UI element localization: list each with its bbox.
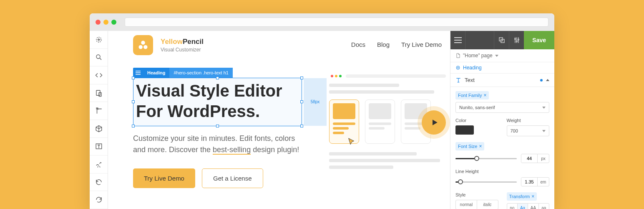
font-size-slider[interactable]	[455, 155, 517, 161]
transform-tag[interactable]: Transform×	[507, 192, 537, 201]
line-height-label: Line Height	[455, 169, 549, 174]
svg-point-23	[456, 66, 460, 69]
left-toolbar	[90, 31, 108, 209]
chevron-up-icon	[546, 79, 549, 81]
margin-indicator: 58px	[304, 78, 327, 126]
typography-icon[interactable]	[90, 138, 108, 156]
resize-handle[interactable]	[216, 125, 219, 127]
resize-handle[interactable]	[132, 125, 135, 127]
resize-handle[interactable]	[132, 100, 135, 103]
chevron-down-icon	[495, 55, 498, 57]
modified-indicator	[540, 79, 543, 82]
selected-element[interactable]: Visual Style Editor For WordPress. 58px	[133, 78, 302, 126]
breadcrumb[interactable]: "Home" page	[450, 49, 554, 62]
resize-handle[interactable]	[300, 76, 303, 79]
svg-point-24	[458, 67, 459, 69]
text-icon	[455, 77, 461, 83]
brand-name: YellowPencil	[161, 38, 204, 46]
nav-demo[interactable]: Try Live Demo	[401, 41, 442, 48]
browser-chrome	[90, 13, 554, 31]
save-button[interactable]: Save	[524, 31, 554, 49]
url-bar[interactable]	[125, 18, 548, 27]
selection-path: #hero-section .hero-text h1	[169, 68, 232, 78]
font-family-select[interactable]: Nunito, sans-serif	[455, 102, 549, 113]
transform-none[interactable]: no	[507, 204, 518, 209]
font-family-tag[interactable]: Font Family×	[455, 91, 489, 99]
transform-lowercase[interactable]: aa	[539, 204, 549, 209]
redo-icon[interactable]	[90, 191, 108, 209]
cube-icon[interactable]	[90, 120, 108, 138]
panel-menu-icon[interactable]	[450, 31, 465, 49]
svg-point-1	[96, 55, 100, 59]
transform-capitalize[interactable]: Aa	[518, 204, 528, 209]
color-label: Color	[455, 118, 498, 123]
maximize-dot[interactable]	[111, 20, 116, 25]
minimize-dot[interactable]	[103, 20, 108, 25]
logo-icon	[133, 35, 153, 55]
text-section-body: Font Family× Nunito, sans-serif Color We…	[450, 87, 554, 209]
selector-tool-icon[interactable]	[90, 31, 108, 49]
svg-rect-3	[96, 90, 100, 95]
resize-handle[interactable]	[300, 100, 303, 103]
svg-point-21	[516, 41, 517, 42]
search-icon[interactable]	[90, 49, 108, 67]
page-icon	[455, 53, 460, 58]
layout-icon[interactable]	[90, 102, 108, 120]
transform-uppercase[interactable]: AA	[528, 204, 538, 209]
font-size-tag[interactable]: Font Size×	[455, 142, 484, 150]
get-license-button[interactable]: Get a License	[202, 168, 263, 188]
hero-paragraph[interactable]: Customize your site in minutes. Edit fon…	[133, 133, 308, 156]
mockup-card	[329, 99, 359, 144]
weight-select[interactable]: 700	[507, 125, 550, 136]
line-height-slider[interactable]	[455, 179, 517, 185]
cursor-icon	[347, 138, 356, 147]
text-section-header[interactable]: Text	[450, 73, 554, 87]
undo-icon[interactable]	[90, 173, 108, 191]
settings-icon[interactable]	[509, 31, 524, 49]
resize-handle[interactable]	[300, 125, 303, 127]
clear-icon[interactable]: ×	[531, 194, 534, 199]
resize-handle[interactable]	[132, 76, 135, 79]
properties-panel: Save "Home" page Heading Text	[450, 31, 554, 209]
font-size-input[interactable]: px	[521, 154, 549, 163]
transform-segmented[interactable]: no Aa AA aa	[507, 203, 550, 209]
canvas[interactable]: Docs Blog Try Live Demo YellowPencil Vis…	[108, 31, 450, 209]
close-dot[interactable]	[96, 20, 101, 25]
responsive-icon[interactable]	[90, 84, 108, 102]
code-icon[interactable]	[90, 66, 108, 84]
animation-icon[interactable]	[90, 155, 108, 173]
style-normal[interactable]: normal	[456, 200, 477, 209]
nav-blog[interactable]: Blog	[377, 41, 390, 48]
style-italic[interactable]: italic	[477, 200, 498, 209]
hero-heading[interactable]: Visual Style Editor For WordPress.	[136, 81, 298, 122]
target-icon	[455, 65, 460, 70]
heading-crumb[interactable]: Heading	[450, 62, 554, 73]
traffic-lights	[96, 20, 116, 25]
selection-wrapper: Heading #hero-section .hero-text h1 Visu…	[133, 68, 302, 126]
svg-point-22	[518, 39, 519, 40]
clear-icon[interactable]: ×	[479, 143, 482, 149]
color-swatch[interactable]	[455, 125, 474, 135]
site-nav: Docs Blog Try Live Demo	[351, 41, 442, 48]
chevron-down-icon	[542, 130, 546, 132]
svg-point-8	[143, 45, 147, 49]
brand-tagline: Visual Customizer	[161, 47, 204, 53]
nav-docs[interactable]: Docs	[351, 41, 365, 48]
svg-line-2	[100, 59, 101, 60]
style-segmented[interactable]: normal italic	[455, 200, 498, 209]
resize-handle[interactable]	[216, 76, 219, 79]
clear-icon[interactable]: ×	[483, 92, 486, 98]
try-demo-button[interactable]: Try Live Demo	[133, 168, 195, 188]
svg-point-7	[139, 45, 143, 49]
chevron-down-icon	[542, 107, 546, 109]
panel-toolbar: Save	[450, 31, 554, 49]
svg-point-6	[141, 41, 145, 45]
copy-icon[interactable]	[494, 31, 509, 49]
line-height-input[interactable]: em	[521, 177, 549, 186]
style-label: Style	[455, 192, 498, 197]
play-button[interactable]	[422, 110, 446, 135]
mockup-card	[365, 99, 395, 144]
selection-menu-icon[interactable]	[133, 71, 143, 75]
svg-point-20	[514, 38, 516, 40]
browser-window: Docs Blog Try Live Demo YellowPencil Vis…	[90, 13, 554, 209]
